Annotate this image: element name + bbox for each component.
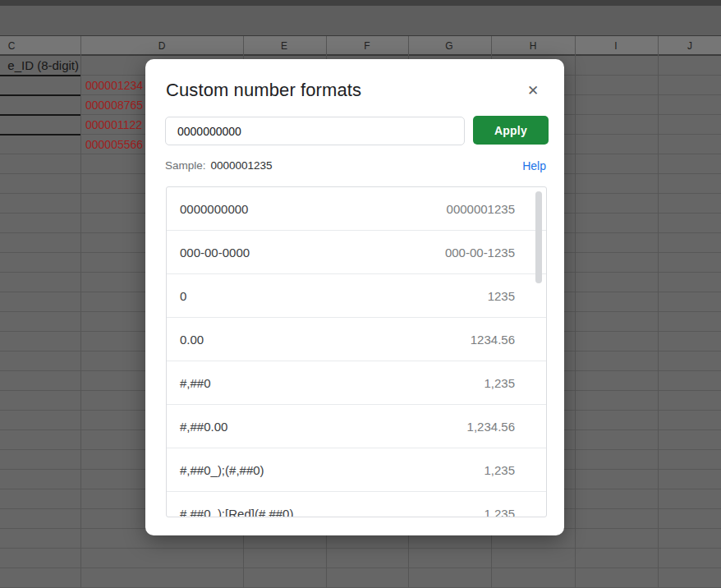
help-link[interactable]: Help [522, 159, 546, 172]
cell-border-black [0, 114, 80, 116]
column-header-g[interactable]: G [445, 40, 452, 52]
format-list-item[interactable]: #,##0 1,235 [167, 361, 546, 405]
custom-format-input[interactable] [165, 117, 465, 145]
format-list-item[interactable]: 0000000000 0000001235 [167, 187, 546, 231]
format-example: 0000001235 [447, 202, 515, 216]
format-list-item[interactable]: 000-00-0000 000-00-1235 [167, 231, 546, 274]
apply-button[interactable]: Apply [473, 116, 549, 145]
format-example: 000-00-1235 [445, 246, 515, 260]
sample-row: Sample:0000001235 Help [165, 159, 546, 174]
format-code: #,##0_);(#,##0) [180, 463, 264, 477]
sheets-app-dimmed-background: C D E F G H I J e_ID (8-digit) 000001234… [0, 0, 721, 588]
column-header-f[interactable]: F [364, 40, 370, 52]
format-code: #,##0 [180, 376, 211, 390]
format-list-item[interactable]: #,##0_);(#,##0) 1,235 [167, 448, 546, 492]
browser-chrome-strip [0, 0, 721, 6]
column-header-h[interactable]: H [530, 40, 537, 52]
format-list-item[interactable]: 0.00 1234.56 [167, 318, 546, 361]
format-list-item[interactable]: 0 1235 [167, 274, 546, 318]
column-header-i[interactable]: I [614, 40, 617, 52]
sheets-toolbar-dimmed [0, 6, 721, 35]
format-code: #,##0.00 [180, 420, 227, 434]
cell-border-black [0, 94, 80, 96]
column-header-row: C D E F G H I J [0, 35, 721, 56]
format-code: 0 [180, 289, 186, 303]
dialog-title: Custom number formats [166, 80, 361, 101]
format-list-item[interactable]: #,##0.00 1,234.56 [167, 405, 546, 448]
column-header-e[interactable]: E [281, 40, 287, 52]
format-code: #,##0_);[Red](#,##0) [180, 507, 293, 517]
cell-header-employee-id[interactable]: e_ID (8-digit) [0, 56, 79, 76]
list-scrollbar-thumb[interactable] [535, 191, 542, 283]
format-example: 1234.56 [471, 333, 515, 347]
format-code: 0.00 [180, 333, 204, 347]
format-example: 1235 [488, 289, 515, 303]
grid-vline [80, 36, 81, 588]
format-example: 1,235 [484, 376, 515, 390]
custom-number-formats-dialog: Custom number formats ✕ Apply Sample:000… [145, 59, 564, 535]
cell-d-value[interactable]: 000008765 [85, 95, 151, 115]
column-header-c[interactable]: C [8, 40, 16, 52]
format-example: 1,234.56 [467, 420, 515, 434]
format-example: 1,235 [484, 463, 515, 477]
format-code: 0000000000 [180, 202, 248, 216]
cell-border-black [0, 134, 80, 136]
sample-label: Sample: [165, 159, 206, 172]
sample-value: 0000001235 [211, 159, 273, 172]
column-header-j[interactable]: J [687, 40, 692, 52]
grid-vline [575, 36, 576, 588]
format-code: 000-00-0000 [180, 246, 250, 260]
format-list: 0000000000 0000001235 000-00-0000 000-00… [166, 186, 547, 517]
cell-d-value[interactable]: 000001234 [85, 76, 151, 95]
format-list-item[interactable]: #,##0_);[Red](#,##0) 1,235 [167, 492, 546, 517]
format-example: 1,235 [484, 507, 515, 517]
close-icon[interactable]: ✕ [521, 79, 544, 102]
cell-d-value[interactable]: 000005566 [85, 135, 151, 154]
grid-vline [658, 36, 659, 588]
cell-d-value[interactable]: 000001122 [85, 115, 151, 135]
column-header-d[interactable]: D [158, 40, 166, 52]
